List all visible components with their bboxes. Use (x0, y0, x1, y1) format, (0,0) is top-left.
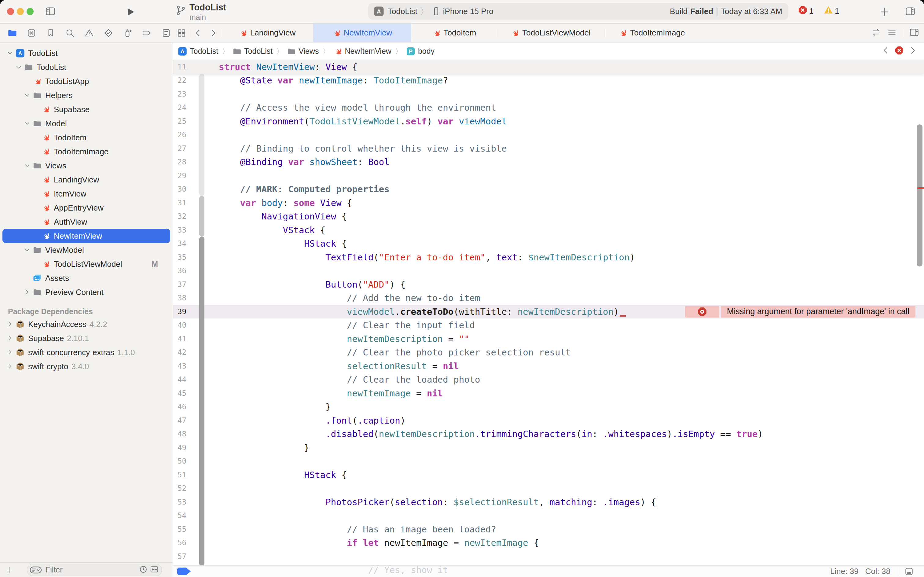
disclosure-down-icon[interactable] (23, 246, 32, 254)
tree-item-TodoListApp[interactable]: TodoListApp (2, 74, 170, 88)
code-line-42[interactable]: 42 // Clear the photo picker selection r… (173, 346, 924, 359)
find-navigator-icon[interactable] (63, 28, 77, 38)
tree-item-TodoItemImage[interactable]: TodoItemImage (2, 145, 170, 159)
code-line-45[interactable]: 45 newItemImage = nil (173, 387, 924, 400)
disclosure-down-icon[interactable] (23, 120, 32, 127)
line-number[interactable]: 48 (173, 427, 187, 441)
code-text[interactable]: TextField("Enter a to-do item", text: $n… (219, 251, 924, 264)
tree-item-AuthView[interactable]: AuthView (2, 215, 170, 229)
line-number[interactable]: 39 (173, 305, 187, 319)
editor-options-icon[interactable] (887, 27, 897, 39)
recent-files-icon[interactable] (139, 565, 148, 575)
line-number[interactable]: 23 (173, 87, 187, 101)
line-number[interactable]: 44 (173, 373, 187, 387)
breadcrumb-item-TodoList[interactable]: TodoList (233, 47, 272, 56)
line-number[interactable]: 43 (173, 359, 187, 373)
code-line-36[interactable]: 36 (173, 264, 924, 278)
tab-TodoListViewModel[interactable]: TodoListViewModel (497, 24, 604, 42)
disclosure-right-icon[interactable] (23, 288, 32, 296)
code-text[interactable]: @Binding var showSheet: Bool (219, 155, 924, 169)
code-line-46[interactable]: 46 } (173, 400, 924, 414)
code-text[interactable]: // Add the new to-do item (219, 291, 924, 305)
error-icon[interactable] (685, 306, 719, 318)
issue-navigator-icon[interactable] (82, 28, 96, 38)
code-text[interactable]: Button("ADD") { (219, 278, 924, 292)
code-text[interactable]: HStack { (219, 237, 924, 251)
code-line-57[interactable]: 57 (173, 550, 924, 564)
code-line-53[interactable]: 53 PhotosPicker(selection: $selectionRes… (173, 495, 924, 509)
inline-error-banner[interactable]: Missing argument for parameter 'andImage… (685, 306, 916, 318)
code-text[interactable]: @State var newItemImage: TodoItemImage? (219, 74, 924, 87)
line-number[interactable]: 28 (173, 155, 187, 169)
zoom-window-button[interactable] (27, 8, 34, 15)
tree-item-Preview-Content[interactable]: Preview Content (2, 285, 170, 299)
code-text[interactable]: // Access the view model through the env… (219, 101, 924, 114)
breakpoint-tag-icon[interactable] (177, 567, 191, 575)
line-number[interactable]: 47 (173, 414, 187, 427)
disclosure-down-icon[interactable] (23, 92, 32, 99)
filter-input[interactable] (45, 565, 116, 575)
tab-NewItemView[interactable]: NewItemView (313, 24, 411, 42)
code-text[interactable]: } (219, 441, 924, 455)
source-control-navigator-icon[interactable] (25, 28, 38, 38)
code-text[interactable]: .disabled(newItemDescription.trimmingCha… (219, 427, 924, 441)
line-number[interactable]: 30 (173, 182, 187, 196)
line-number[interactable]: 38 (173, 291, 187, 305)
line-number[interactable]: 37 (173, 278, 187, 292)
line-number[interactable]: 25 (173, 114, 187, 128)
code-editor[interactable]: 11 struct NewItemView: View { 22 @State … (173, 60, 924, 577)
code-line-39[interactable]: 39 viewModel.createToDo(withTitle: newIt… (173, 305, 924, 319)
debug-navigator-icon[interactable] (121, 28, 134, 38)
code-line-49[interactable]: 49 } (173, 441, 924, 455)
code-text[interactable]: VStack { (219, 223, 924, 237)
close-window-button[interactable] (7, 8, 14, 15)
code-text[interactable]: // Has an image been loaded? (219, 522, 924, 536)
code-text[interactable]: } (219, 400, 924, 414)
code-line-26[interactable]: 26 (173, 128, 924, 142)
code-line-44[interactable]: 44 // Clear the loaded photo (173, 373, 924, 387)
code-line-29[interactable]: 29 (173, 169, 924, 183)
package-item-KeychainAccess[interactable]: KeychainAccess 4.2.2 (2, 317, 170, 331)
breadcrumb-item-NewItemView[interactable]: NewItemView (334, 47, 391, 56)
code-text[interactable]: // MARK: Computed properties (219, 182, 924, 196)
tree-item-ItemView[interactable]: ItemView (2, 187, 170, 201)
code-text[interactable]: newItemImage = nil (219, 387, 924, 400)
code-line-34[interactable]: 34 HStack { (173, 237, 924, 251)
disclosure-down-icon[interactable] (14, 64, 23, 71)
scheme-status-pill[interactable]: A TodoList 〉 iPhone 15 Pro Build Failed … (368, 3, 788, 19)
warning-count-badge[interactable]: 1 (824, 5, 839, 17)
code-line-24[interactable]: 24 // Access the view model through the … (173, 101, 924, 114)
line-number[interactable]: 51 (173, 468, 187, 482)
bookmark-navigator-icon[interactable] (44, 28, 58, 38)
go-back-icon[interactable] (190, 24, 206, 42)
tab-TodoItem[interactable]: TodoItem (411, 24, 497, 42)
line-number[interactable]: 54 (173, 509, 187, 522)
code-line-35[interactable]: 35 TextField("Enter a to-do item", text:… (173, 251, 924, 264)
code-line-52[interactable]: 52 (173, 482, 924, 495)
line-number[interactable]: 27 (173, 142, 187, 156)
code-line-47[interactable]: 47 .font(.caption) (173, 414, 924, 427)
code-line-55[interactable]: 55 // Has an image been loaded? (173, 522, 924, 536)
build-status[interactable]: Build Failed | Today at 6:33 AM (670, 7, 782, 16)
disclosure-right-icon[interactable] (5, 349, 14, 356)
tab-TodoItemImage[interactable]: TodoItemImage (604, 24, 699, 42)
tree-item-LandingView[interactable]: LandingView (2, 172, 170, 187)
report-navigator-icon[interactable] (159, 28, 173, 38)
line-number[interactable]: 53 (173, 495, 187, 509)
code-text[interactable]: var body: some View { (219, 196, 924, 210)
breadcrumb-item-Views[interactable]: Views (287, 47, 319, 56)
code-line-37[interactable]: 37 Button("ADD") { (173, 278, 924, 292)
tree-item-AppEntryView[interactable]: AppEntryView (2, 201, 170, 215)
disclosure-right-icon[interactable] (5, 321, 14, 328)
tree-item-ViewModel[interactable]: ViewModel (2, 243, 170, 257)
vertical-scrollbar[interactable] (917, 124, 922, 266)
disclosure-down-icon[interactable] (5, 50, 14, 57)
fold-ribbon[interactable] (199, 74, 204, 196)
line-number[interactable]: 41 (173, 332, 187, 346)
add-button[interactable] (879, 7, 890, 17)
line-number[interactable]: 49 (173, 441, 187, 455)
tree-item-TodoList[interactable]: ATodoList (2, 46, 170, 60)
line-number[interactable]: 46 (173, 400, 187, 414)
code-line-30[interactable]: 30 // MARK: Computed properties (173, 182, 924, 196)
breakpoint-navigator-icon[interactable] (140, 28, 154, 38)
